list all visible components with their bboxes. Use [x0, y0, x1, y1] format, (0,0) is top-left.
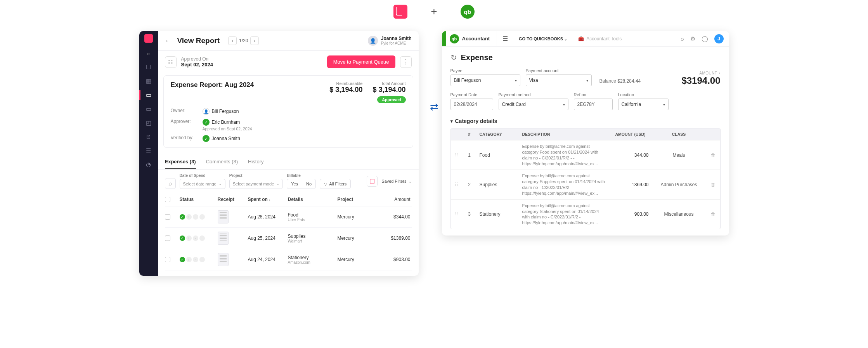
- category-details-toggle[interactable]: ▾ Category details: [450, 118, 721, 124]
- row-class: Admin Purchases: [652, 182, 706, 187]
- select-all-checkbox[interactable]: [165, 197, 170, 202]
- payment-method-select[interactable]: Credit Card▾: [499, 99, 568, 110]
- qb-top-bar: qb Accountant ☰ GO TO QUICKBOOKS ⌄ 🧰Acco…: [442, 31, 729, 47]
- location-select[interactable]: California▾: [618, 99, 669, 110]
- receipt-thumbnail-icon[interactable]: [218, 232, 229, 245]
- bookmark-button[interactable]: ☐: [367, 176, 378, 187]
- drag-handle-icon[interactable]: ⠿: [451, 211, 463, 217]
- row-date: Aug 28, 2024: [248, 214, 285, 220]
- move-to-payment-queue-button[interactable]: Move to Payment Queue: [327, 55, 395, 68]
- approved-bar: ☷ Approved On Sept 02, 2024 Move to Paym…: [158, 51, 419, 73]
- table-row[interactable]: ✓ ! · · Aug 25, 2024 SuppliesWalmart Mer…: [165, 228, 412, 249]
- caret-down-icon: ▾: [563, 102, 565, 107]
- sidebar-item-analytics[interactable]: ◔: [139, 161, 158, 168]
- sidebar-expand-icon[interactable]: »: [147, 50, 150, 57]
- profile-icon[interactable]: ◯: [702, 35, 708, 42]
- table-row[interactable]: ⠿ 1 Food Expense by bill@acme.com agains…: [451, 140, 720, 170]
- row-amount: $1369.00: [376, 235, 411, 241]
- delete-row-button[interactable]: 🗑: [706, 182, 720, 187]
- search-button[interactable]: ⌕: [165, 178, 176, 189]
- more-menu-button[interactable]: ⋮: [400, 56, 412, 68]
- sidebar-item-apps[interactable]: ▦: [139, 78, 158, 85]
- row-checkbox[interactable]: [165, 257, 170, 262]
- sidebar-item-wallet[interactable]: ◰: [139, 119, 158, 126]
- gear-icon[interactable]: ⚙: [690, 35, 695, 42]
- tab-comments[interactable]: Comments (3): [206, 155, 238, 169]
- row-category: Stationery: [476, 211, 519, 217]
- table-row[interactable]: ✓ ! · · Aug 28, 2024 FoodUber Eats Mercu…: [165, 206, 412, 228]
- col-class: CLASS: [652, 132, 706, 137]
- sidebar-item-files[interactable]: 🗎: [139, 133, 158, 140]
- billable-filter-label: Billable: [287, 173, 316, 178]
- row-amount: 344.00: [609, 152, 652, 158]
- row-status-icons: ✓ ! · ·: [180, 257, 215, 262]
- row-class: Meals: [652, 152, 706, 158]
- row-detail-sub: Amazon.com: [288, 260, 334, 265]
- report-tabs: Expenses (3) Comments (3) History: [158, 155, 419, 170]
- user-name: Joanna Smith: [381, 36, 412, 41]
- col-category: CATEGORY: [476, 132, 519, 137]
- chevron-right-icon[interactable]: ›: [719, 71, 721, 75]
- row-description: Expense by bill@acme.com against categor…: [519, 144, 609, 166]
- page-title: View Report: [177, 36, 220, 45]
- table-row[interactable]: ⠿ 3 Stationery Expense by bill@acme.com …: [451, 199, 720, 229]
- amount-value: $3194.00: [681, 75, 720, 86]
- hamburger-icon[interactable]: ☰: [497, 31, 513, 46]
- table-row[interactable]: ✓ ! · · Aug 24, 2024 StationeryAmazon.co…: [165, 249, 412, 270]
- row-num: 2: [463, 182, 476, 187]
- reimbursable-value: $ 3,194.00: [329, 86, 362, 94]
- payee-select[interactable]: Bill Ferguson▾: [450, 74, 520, 86]
- status-dim-icon: !: [186, 235, 192, 241]
- billable-no-button[interactable]: No: [302, 179, 315, 189]
- search-icon[interactable]: ⌕: [681, 35, 684, 42]
- delete-row-button[interactable]: 🗑: [706, 152, 720, 158]
- sidebar-item-reports[interactable]: ▭: [139, 92, 158, 99]
- fyle-panel: » ☐ ▦ ▭ ▭ ◰ 🗎 ☰ ◔ ← View Report ‹ 1/20 ›…: [139, 31, 419, 276]
- row-checkbox[interactable]: [165, 214, 170, 220]
- qb-logo-icon: qb: [450, 34, 459, 43]
- row-project: Mercury: [338, 214, 372, 220]
- sidebar-item-list[interactable]: ☰: [139, 147, 158, 154]
- row-checkbox[interactable]: [165, 235, 170, 241]
- status-dim-icon: !: [186, 214, 192, 220]
- row-project: Mercury: [338, 257, 372, 262]
- user-badge[interactable]: 👤 Joanna Smith Fyle for ACME: [368, 36, 412, 46]
- pager-next-button[interactable]: ›: [250, 36, 259, 45]
- receipt-thumbnail-icon[interactable]: [218, 210, 229, 223]
- user-avatar-icon: 👤: [368, 36, 378, 46]
- row-num: 1: [463, 152, 476, 158]
- billable-yes-button[interactable]: Yes: [287, 179, 302, 189]
- accountant-tools-button[interactable]: 🧰Accountant Tools: [573, 36, 627, 42]
- tab-history[interactable]: History: [248, 155, 263, 169]
- ref-no-input[interactable]: [574, 99, 613, 110]
- project-select[interactable]: Select payment mode⌄: [229, 179, 283, 189]
- row-detail-sub: Uber Eats: [288, 218, 334, 222]
- delete-row-button[interactable]: 🗑: [706, 211, 720, 217]
- status-badge: Approved: [377, 96, 405, 103]
- expenses-table: Status Receipt Spent on↓ Details Project…: [158, 191, 419, 276]
- date-range-select[interactable]: Select date range⌄: [180, 179, 225, 189]
- all-filters-button[interactable]: ▽All Filters: [320, 179, 351, 189]
- back-arrow-icon[interactable]: ←: [165, 37, 172, 45]
- user-avatar[interactable]: J: [714, 34, 724, 43]
- receipt-thumbnail-icon[interactable]: [218, 253, 229, 266]
- approved-on-label: Approved On: [181, 56, 213, 62]
- tab-expenses[interactable]: Expenses (3): [165, 155, 196, 169]
- col-spent-on[interactable]: Spent on↓: [248, 197, 285, 202]
- pager-label: 1/20: [239, 38, 248, 43]
- payment-date-input[interactable]: [450, 99, 493, 110]
- owner-value: Bill Ferguson: [212, 109, 239, 114]
- payment-account-select[interactable]: Visa▾: [526, 74, 592, 86]
- drag-handle-icon[interactable]: ⠿: [451, 182, 463, 187]
- drag-handle-icon[interactable]: ⠿: [451, 152, 463, 158]
- saved-filters-button[interactable]: Saved Filters⌄: [381, 179, 411, 184]
- sidebar-item-cards[interactable]: ▭: [139, 106, 158, 113]
- status-dim-icon: ·: [199, 214, 205, 220]
- payee-label: Payee: [450, 68, 520, 73]
- caret-down-icon: ▾: [515, 78, 517, 83]
- sidebar-item-dashboard[interactable]: ☐: [139, 64, 158, 71]
- go-to-quickbooks-button[interactable]: GO TO QUICKBOOKS ⌄: [513, 36, 573, 41]
- status-dim-icon: !: [186, 257, 192, 262]
- pager-prev-button[interactable]: ‹: [228, 36, 237, 45]
- table-row[interactable]: ⠿ 2 Supplies Expense by bill@acme.com ag…: [451, 170, 720, 199]
